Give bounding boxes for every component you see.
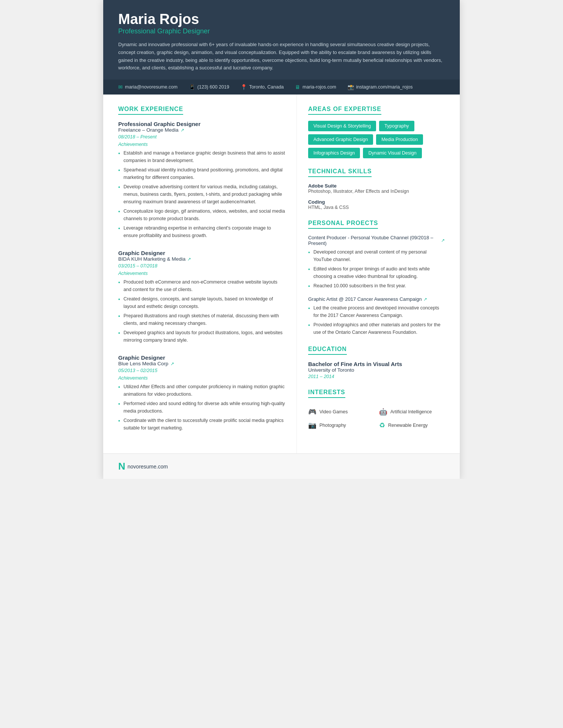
interest-label: Photography [319, 423, 346, 428]
personal-projects-title: PERSONAL PROECTS [308, 220, 378, 229]
project-bullets: Developed concept and overall content of… [308, 248, 445, 290]
contact-location: 📍 Toronto, Canada [241, 84, 284, 90]
edu-dates: 2011 – 2014 [308, 374, 445, 379]
skill-desc: Photoshop, Illustrator, After Effects an… [308, 189, 445, 194]
technical-skills-section: TECHNICAL SKILLS Adobe SuitePhotoshop, I… [308, 168, 445, 210]
list-item: Spearhead visual identity including bran… [118, 166, 285, 181]
job-title: Graphic Designer [118, 250, 285, 256]
skill-name: Coding [308, 199, 445, 205]
edu-school: University of Toronto [308, 367, 445, 373]
work-experience-section: WORK EXPERIENCE Professional Graphic Des… [118, 106, 285, 432]
list-item: Developed graphics and layouts for produ… [118, 329, 285, 344]
contact-phone: 📱 (123) 600 2019 [189, 84, 229, 90]
job-entry: Graphic DesignerBlue Lens Media Corp ↗05… [118, 354, 285, 432]
email-icon: ✉ [118, 84, 123, 90]
interest-label: Video Games [319, 409, 348, 414]
interests-grid: 🎮Video Games🤖Artificial Intelligence📷Pho… [308, 408, 445, 429]
expertise-tag: Advanced Graphic Design [308, 134, 373, 145]
achievements-label: Achievements [118, 375, 285, 381]
job-company: Blue Lens Media Corp ↗ [118, 361, 285, 366]
contact-email: ✉ maria@novoresume.com [118, 84, 178, 90]
job-dates: 08/2018 – Present [118, 134, 285, 140]
expertise-tags: Visual Design & StorytellingTypographyAd… [308, 121, 445, 158]
list-item: Establish and manage a freelance graphic… [118, 149, 285, 164]
expertise-section: AREAS OF EXPERTISE Visual Design & Story… [308, 106, 445, 158]
list-item: Leverage rebranding expertise in enhanci… [118, 224, 285, 239]
skill-entry: CodingHTML, Java & CSS [308, 199, 445, 210]
list-item: Developed concept and overall content of… [308, 248, 445, 263]
instagram-icon: 📸 [348, 84, 354, 90]
interest-icon: ♻ [379, 421, 385, 429]
external-link-icon[interactable]: ↗ [181, 128, 184, 133]
list-item: Prepared illustrations and rough sketche… [118, 312, 285, 327]
skill-desc: HTML, Java & CSS [308, 205, 445, 210]
achievements-label: Achievements [118, 142, 285, 147]
expertise-tag: Dynamic Visual Design [363, 148, 421, 158]
interest-icon: 📷 [308, 421, 316, 429]
external-link-icon[interactable]: ↗ [187, 257, 191, 262]
project-title: Graphic Artist @ 2017 Cancer Awareness C… [308, 296, 445, 302]
projects-list: Content Producer - Personal Youtube Chan… [308, 235, 445, 336]
list-item: Conceptualize logo design, gif animation… [118, 207, 285, 222]
skills-list: Adobe SuitePhotoshop, Illustrator, After… [308, 183, 445, 210]
logo-text: novoresume.com [128, 464, 168, 470]
interests-section: INTERESTS 🎮Video Games🤖Artificial Intell… [308, 389, 445, 429]
expertise-tag: Media Production [376, 134, 423, 145]
website-icon: 🖥 [295, 84, 300, 90]
list-item: Led the creative process and developed i… [308, 304, 445, 319]
interest-item: 📷Photography [308, 421, 374, 429]
project-bullets: Led the creative process and developed i… [308, 304, 445, 336]
job-dates: 03/2015 – 07/2018 [118, 263, 285, 269]
education-section: EDUCATION Bachelor of Fine Arts in Visua… [308, 346, 445, 379]
interest-label: Artificial Intelligence [390, 409, 432, 414]
jobs-list: Professional Graphic DesignerFreelance –… [118, 121, 285, 432]
achievements-label: Achievements [118, 271, 285, 276]
footer: N novoresume.com [103, 453, 460, 479]
contact-instagram[interactable]: 📸 instagram.com/maria_rojos [348, 84, 413, 90]
candidate-name: Maria Rojos [118, 11, 445, 27]
contact-bar: ✉ maria@novoresume.com 📱 (123) 600 2019 … [103, 80, 460, 95]
external-link-icon[interactable]: ↗ [170, 361, 174, 366]
location-icon: 📍 [241, 84, 247, 90]
novoresume-logo: N novoresume.com [118, 461, 168, 472]
external-link-icon[interactable]: ↗ [423, 297, 427, 302]
list-item: Coordinate with the client to successful… [118, 417, 285, 432]
left-column: WORK EXPERIENCE Professional Graphic Des… [103, 95, 297, 453]
header: Maria Rojos Professional Graphic Designe… [103, 0, 460, 80]
candidate-summary: Dynamic and innovative professional with… [118, 41, 445, 72]
job-company: Freelance – Orange Media ↗ [118, 127, 285, 133]
phone-icon: 📱 [189, 84, 195, 90]
list-item: Produced both eCommerce and non-eCommerc… [118, 278, 285, 293]
interest-icon: 🤖 [379, 408, 387, 416]
job-entry: Professional Graphic DesignerFreelance –… [118, 121, 285, 239]
job-title: Professional Graphic Designer [118, 121, 285, 127]
external-link-icon[interactable]: ↗ [441, 238, 445, 243]
achievements-list: Produced both eCommerce and non-eCommerc… [118, 278, 285, 344]
expertise-tag: Visual Design & Storytelling [308, 121, 376, 131]
main-content: WORK EXPERIENCE Professional Graphic Des… [103, 95, 460, 453]
project-entry: Graphic Artist @ 2017 Cancer Awareness C… [308, 296, 445, 336]
candidate-title: Professional Graphic Designer [118, 27, 445, 35]
expertise-tag: Typography [379, 121, 414, 131]
skill-name: Adobe Suite [308, 183, 445, 189]
job-dates: 05/2013 – 02/2015 [118, 368, 285, 373]
expertise-title: AREAS OF EXPERTISE [308, 106, 381, 115]
list-item: Reached 10.000 subscribers in the first … [308, 282, 445, 290]
job-title: Graphic Designer [118, 354, 285, 361]
achievements-list: Establish and manage a freelance graphic… [118, 149, 285, 239]
education-title: EDUCATION [308, 346, 347, 355]
project-entry: Content Producer - Personal Youtube Chan… [308, 235, 445, 290]
list-item: Develop creative advertising content for… [118, 183, 285, 206]
interest-item: 🎮Video Games [308, 408, 374, 416]
contact-website[interactable]: 🖥 maria-rojos.com [295, 84, 336, 90]
list-item: Performed video and sound editing for di… [118, 400, 285, 415]
work-experience-title: WORK EXPERIENCE [118, 106, 183, 115]
list-item: Provided infographics and other material… [308, 321, 445, 336]
project-title: Content Producer - Personal Youtube Chan… [308, 235, 445, 246]
interest-icon: 🎮 [308, 408, 316, 416]
achievements-list: Utilized After Effects and other compute… [118, 383, 285, 432]
interest-item: 🤖Artificial Intelligence [379, 408, 445, 416]
personal-projects-section: PERSONAL PROECTS Content Producer - Pers… [308, 220, 445, 336]
edu-degree: Bachelor of Fine Arts in Visual Arts [308, 361, 445, 367]
list-item: Utilized After Effects and other compute… [118, 383, 285, 398]
